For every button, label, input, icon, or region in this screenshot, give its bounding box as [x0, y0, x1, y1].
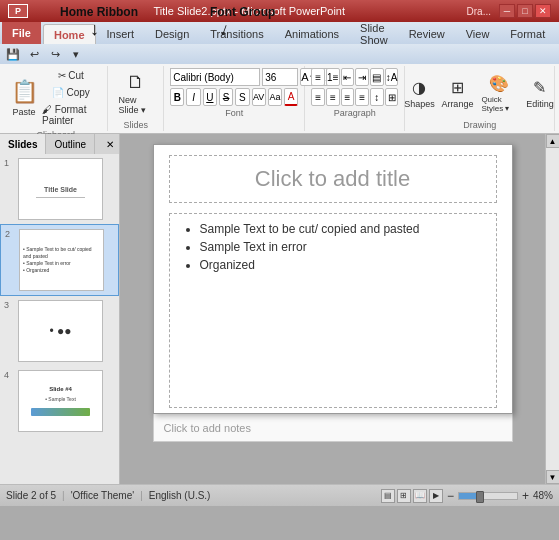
numbering-button[interactable]: 1≡ [326, 68, 340, 86]
reading-view-button[interactable]: 📖 [413, 489, 427, 503]
zoom-slider[interactable] [458, 492, 518, 500]
slide-thumb-3[interactable]: 3 • ●● [0, 296, 119, 366]
slide-thumb-2[interactable]: 2 • Sample Text to be cut/ copied and pa… [0, 224, 119, 296]
shapes-button[interactable]: ◑ Shapes [401, 68, 437, 118]
tab-home[interactable]: Home [43, 24, 96, 44]
scroll-track[interactable] [546, 148, 559, 470]
slides-label: Slides [124, 120, 149, 130]
zoom-in-button[interactable]: + [522, 489, 529, 503]
underline-button[interactable]: U [203, 88, 217, 106]
shadow-button[interactable]: S [235, 88, 249, 106]
scroll-down-button[interactable]: ▼ [546, 470, 560, 484]
bold-button[interactable]: B [170, 88, 184, 106]
increase-indent-button[interactable]: ⇥ [355, 68, 369, 86]
slide-title-box[interactable]: Click to add title [169, 155, 497, 203]
para-row-2: ≡ ≡ ≡ ≡ ↕ ⊞ [311, 88, 398, 106]
zoom-out-button[interactable]: − [447, 489, 454, 503]
cut-button[interactable]: ✂ Cut [40, 68, 101, 83]
editing-button[interactable]: ✎ Editing [522, 68, 558, 118]
maximize-button[interactable]: □ [517, 4, 533, 18]
notes-box[interactable]: Click to add notes [153, 414, 513, 442]
char-spacing-button[interactable]: AV [252, 88, 266, 106]
clipboard-group: 📋 Paste ✂ Cut 📄 Copy 🖌 Format Painter Cl… [4, 66, 108, 131]
ribbon-tabs-row: File Home Insert Design Transitions Anim… [0, 22, 559, 44]
slides-panel: Slides Outline ✕ 1 Title Slide 2 [0, 134, 120, 484]
status-bar: Slide 2 of 5 | 'Office Theme' | English … [0, 484, 559, 506]
minimize-button[interactable]: ─ [499, 4, 515, 18]
columns-button[interactable]: ▤ [370, 68, 384, 86]
slide-sorter-button[interactable]: ⊞ [397, 489, 411, 503]
smart-art-button[interactable]: ⊞ [385, 88, 399, 106]
shapes-icon: ◑ [412, 78, 426, 97]
font-group-content: A↑ A↓ B I U S S AV Aa A [170, 68, 298, 106]
window-controls: ─ □ ✕ [499, 4, 551, 18]
panel-tabs: Slides Outline ✕ [0, 134, 119, 154]
tab-animations[interactable]: Animations [275, 24, 349, 44]
bullets-button[interactable]: ≡ [311, 68, 325, 86]
decrease-indent-button[interactable]: ⇤ [341, 68, 355, 86]
font-size-input[interactable] [262, 68, 298, 86]
ribbon-collapse[interactable]: Dra... [467, 6, 491, 17]
qat-undo[interactable]: ↩ [25, 46, 43, 62]
qat-customize[interactable]: ▾ [67, 46, 85, 62]
normal-view-button[interactable]: ▤ [381, 489, 395, 503]
line-spacing-button[interactable]: ↕ [370, 88, 384, 106]
tab-format[interactable]: Format [500, 24, 555, 44]
paragraph-label: Paragraph [334, 108, 376, 118]
text-direction-button[interactable]: ↕A [385, 68, 399, 86]
align-right-button[interactable]: ≡ [341, 88, 355, 106]
close-button[interactable]: ✕ [535, 4, 551, 18]
tab-review[interactable]: Review [399, 24, 455, 44]
theme-name: 'Office Theme' [71, 490, 134, 501]
align-left-button[interactable]: ≡ [311, 88, 325, 106]
slide-num-2: 2 [5, 229, 15, 239]
new-slide-button[interactable]: 🗋 New Slide ▾ [114, 68, 157, 118]
slide-num-4: 4 [4, 370, 14, 380]
tab-slides-panel[interactable]: Slides [0, 134, 46, 154]
panel-close-button[interactable]: ✕ [101, 134, 119, 154]
font-label: Font [225, 108, 243, 118]
tab-transitions[interactable]: Transitions [200, 24, 273, 44]
strikethrough-button[interactable]: S [219, 88, 233, 106]
clipboard-group-content: 📋 Paste ✂ Cut 📄 Copy 🖌 Format Painter [10, 68, 101, 128]
change-case-button[interactable]: Aa [268, 88, 282, 106]
tab-design[interactable]: Design [145, 24, 199, 44]
align-center-button[interactable]: ≡ [326, 88, 340, 106]
justify-button[interactable]: ≡ [355, 88, 369, 106]
slide-info: Slide 2 of 5 [6, 490, 56, 501]
thumb-3-content: • ●● [39, 314, 81, 348]
slide-canvas[interactable]: Click to add title Sample Text to be cut… [153, 144, 513, 414]
slide-thumb-1[interactable]: 1 Title Slide [0, 154, 119, 224]
right-scrollbar[interactable]: ▲ ▼ [545, 134, 559, 484]
font-color-button[interactable]: A [284, 88, 298, 106]
thumb-4-chart [31, 408, 89, 416]
italic-button[interactable]: I [186, 88, 200, 106]
tab-view[interactable]: View [456, 24, 500, 44]
bullet-2: Sample Text in error [200, 240, 484, 254]
slide-content-box[interactable]: Sample Text to be cut/ copied and pasted… [169, 213, 497, 408]
format-painter-button[interactable]: 🖌 Format Painter [40, 102, 101, 128]
paste-button[interactable]: 📋 Paste [10, 73, 38, 123]
font-name-input[interactable] [170, 68, 260, 86]
scroll-up-button[interactable]: ▲ [546, 134, 560, 148]
copy-button[interactable]: 📄 Copy [40, 85, 101, 100]
zoom-level: 48% [533, 490, 553, 501]
qat-save[interactable]: 💾 [4, 46, 22, 62]
language-info: English (U.S.) [149, 490, 211, 501]
tab-outline-panel[interactable]: Outline [46, 134, 95, 154]
file-tab[interactable]: File [2, 22, 41, 44]
arrange-button[interactable]: ⊞ Arrange [439, 68, 475, 118]
main-area: Slides Outline ✕ 1 Title Slide 2 [0, 134, 559, 484]
tab-slideshow[interactable]: Slide Show [350, 24, 398, 44]
status-sep-1: | [62, 490, 65, 501]
thumb-1-divider [36, 197, 86, 198]
paragraph-group-content: ≡ 1≡ ⇤ ⇥ ▤ ↕A ≡ ≡ ≡ ≡ ↕ ⊞ [311, 68, 398, 106]
slide-thumb-4[interactable]: 4 Slide #4 • Sample Text [0, 366, 119, 436]
quick-styles-button[interactable]: 🎨 Quick Styles ▾ [477, 68, 520, 118]
qat-redo[interactable]: ↪ [46, 46, 64, 62]
slideshow-view-button[interactable]: ▶ [429, 489, 443, 503]
tab-insert[interactable]: Insert [97, 24, 145, 44]
drawing-group-content: ◑ Shapes ⊞ Arrange 🎨 Quick Styles ▾ ✎ Ed… [401, 68, 558, 118]
zoom-handle[interactable] [476, 491, 484, 503]
quick-access-toolbar: 💾 ↩ ↪ ▾ [0, 44, 559, 64]
